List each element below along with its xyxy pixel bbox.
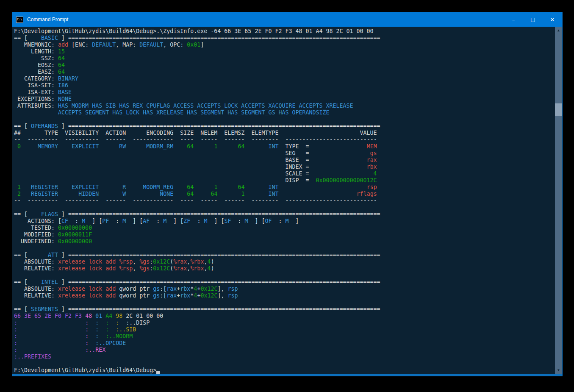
terminal-line: SEG = gs bbox=[14, 150, 555, 157]
terminal-line: SSZ: 64 bbox=[14, 55, 555, 62]
window-controls: – □ ✕ bbox=[504, 12, 562, 27]
scroll-down-button[interactable]: ▼ bbox=[555, 367, 562, 374]
scroll-up-button[interactable]: ▲ bbox=[555, 27, 562, 34]
window-title: Command Prompt bbox=[27, 17, 68, 22]
terminal-output[interactable]: F:\Development\GitHub\zydis\Build64\Debu… bbox=[12, 27, 555, 374]
terminal-line: : : :..OPCODE bbox=[14, 340, 555, 347]
cmd-icon: C:\_ bbox=[16, 17, 23, 23]
terminal-line bbox=[14, 116, 555, 123]
terminal-line: 1 REGISTER EXPLICIT R MODRM_REG 64 1 64 … bbox=[14, 184, 555, 191]
scrollbar: ▲ ▼ bbox=[555, 27, 562, 374]
terminal-line: == [ SEGMENTS ] ========================… bbox=[14, 306, 555, 313]
terminal-line: 0 MEMORY EXPLICIT RW MODRM_RM 64 1 64 IN… bbox=[14, 143, 555, 150]
terminal-line bbox=[14, 245, 555, 252]
terminal-line: : :..REX bbox=[14, 347, 555, 353]
console-area: F:\Development\GitHub\zydis\Build64\Debu… bbox=[12, 27, 562, 374]
terminal-line: SCALE = 4 bbox=[14, 170, 555, 177]
desktop-background: C:\_ Command Prompt – □ ✕ F:\Development… bbox=[0, 0, 574, 392]
terminal-line: MNEMONIC: add [ENC: DEFAULT, MAP: DEFAUL… bbox=[14, 42, 555, 48]
terminal-line: EASZ: 64 bbox=[14, 69, 555, 75]
terminal-line: ## TYPE VISIBILITY ACTION ENCODING SIZE … bbox=[14, 130, 555, 136]
terminal-line: -- --------- ---------- ------ ---------… bbox=[14, 136, 555, 143]
terminal-line: UNDEFINED: 0x00000000 bbox=[14, 238, 555, 245]
maximize-button[interactable]: □ bbox=[523, 12, 543, 27]
terminal-line: EXCEPTIONS: NONE bbox=[14, 96, 555, 103]
scrollbar-thumb[interactable] bbox=[555, 103, 562, 116]
terminal-line: RELATIVE: xrelease lock add %rsp, %gs:0x… bbox=[14, 265, 555, 272]
terminal-line: RELATIVE: xrelease lock add qword ptr gs… bbox=[14, 292, 555, 299]
terminal-line bbox=[14, 360, 555, 367]
terminal-line: F:\Development\GitHub\zydis\Build64\Debu… bbox=[14, 28, 555, 35]
terminal-line: MODIFIED: 0x0000011F bbox=[14, 231, 555, 238]
terminal-line: 66 3E 65 2E F0 F2 F3 48 01 A4 98 2C 01 0… bbox=[14, 313, 555, 320]
terminal-line: BASE = rax bbox=[14, 157, 555, 164]
terminal-cursor bbox=[156, 371, 160, 374]
terminal-line: CATEGORY: BINARY bbox=[14, 75, 555, 82]
terminal-line: ACTIONS: [CF : M ] [PF : M ] [AF : M ] [… bbox=[14, 218, 555, 225]
close-button[interactable]: ✕ bbox=[543, 12, 562, 27]
terminal-line: :..PREFIXES bbox=[14, 353, 555, 360]
terminal-line: == [ OPERANDS ] ========================… bbox=[14, 123, 555, 130]
command-prompt-window: C:\_ Command Prompt – □ ✕ F:\Development… bbox=[12, 12, 563, 376]
terminal-line: ISA-EXT: BASE bbox=[14, 89, 555, 96]
terminal-line bbox=[14, 299, 555, 306]
terminal-line: : : : : :..SIB bbox=[14, 326, 555, 333]
terminal-line: ABSOLUTE: xrelease lock add qword ptr gs… bbox=[14, 286, 555, 292]
terminal-line: ABSOLUTE: xrelease lock add %rsp, %gs:0x… bbox=[14, 259, 555, 265]
terminal-line: F:\Development\GitHub\zydis\Build64\Debu… bbox=[14, 367, 555, 374]
terminal-line: ACCEPTS_SEGMENT HAS_LOCK HAS_XRELEASE HA… bbox=[14, 109, 555, 116]
title-bar[interactable]: C:\_ Command Prompt – □ ✕ bbox=[12, 12, 562, 27]
terminal-line: ATTRIBUTES: HAS_MODRM HAS_SIB HAS_REX CP… bbox=[14, 103, 555, 109]
terminal-line: TESTED: 0x00000000 bbox=[14, 225, 555, 231]
terminal-line: ISA-SET: I86 bbox=[14, 82, 555, 89]
terminal-line: 2 REGISTER HIDDEN W NONE 64 64 1 INT rfl… bbox=[14, 191, 555, 197]
terminal-line: : : : :..MODRM bbox=[14, 333, 555, 340]
minimize-button[interactable]: – bbox=[504, 12, 523, 27]
terminal-line: : : : : : :..DISP bbox=[14, 320, 555, 326]
terminal-line: == [ ATT ] =============================… bbox=[14, 252, 555, 259]
terminal-line: == [ BASIC ] ===========================… bbox=[14, 35, 555, 42]
terminal-line: INDEX = rbx bbox=[14, 164, 555, 170]
scrollbar-track[interactable] bbox=[555, 34, 562, 367]
terminal-line: DISP = 0x000000000000012C bbox=[14, 177, 555, 184]
terminal-line bbox=[14, 272, 555, 279]
terminal-line: == [ FLAGS ] ===========================… bbox=[14, 211, 555, 218]
terminal-line: == [ INTEL ] ===========================… bbox=[14, 279, 555, 286]
terminal-line bbox=[14, 204, 555, 211]
terminal-line: LENGTH: 15 bbox=[14, 48, 555, 55]
terminal-line: EOSZ: 64 bbox=[14, 62, 555, 69]
terminal-line: -- --------- ---------- ------ ---------… bbox=[14, 197, 555, 204]
